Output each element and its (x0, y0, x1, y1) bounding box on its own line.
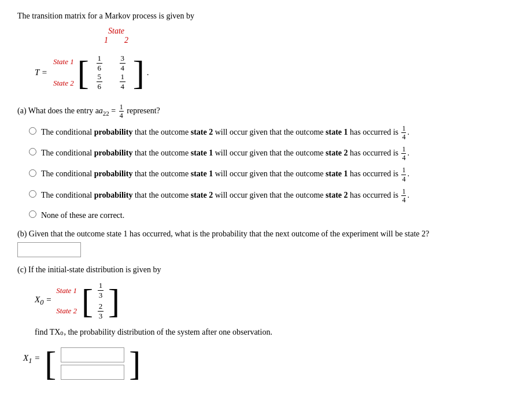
opt4-frac: 1 4 (401, 188, 406, 204)
row-label-1: State 1 (53, 57, 74, 66)
opt3-frac: 1 4 (401, 166, 406, 183)
x1-matrix: [ ] (45, 345, 141, 382)
option-4[interactable]: The conditional probability that the out… (29, 188, 515, 204)
part-b-question: (b) Given that the outcome state 1 has o… (17, 229, 515, 239)
radio-4[interactable] (29, 190, 36, 198)
row-label-2: State 2 (53, 79, 74, 88)
matrix-cell-r1c1: 1 6 (94, 54, 105, 73)
t-equals-label: T = (35, 68, 47, 77)
option-2[interactable]: The conditional probability that the out… (29, 146, 515, 162)
intro-text: The transition matrix for a Markov proce… (17, 12, 515, 21)
x1-bracket-left: [ (45, 346, 56, 381)
bracket-left: [ (77, 55, 89, 90)
xo-r1: 1 3 (98, 282, 104, 300)
part-a-question: (a) What does the entry aa22 = 1 4 repre… (17, 103, 515, 120)
state-col2: 2 (124, 36, 128, 45)
matrix-cell-r1c2: 3 4 (117, 54, 128, 73)
radio-2[interactable] (29, 148, 36, 155)
find-text: find TX₀, the probability distribution o… (35, 327, 515, 337)
option-5[interactable]: None of these are correct. (29, 209, 515, 221)
xo-bracket-right: ] (108, 284, 120, 318)
part-c: (c) If the initial-state distribution is… (17, 265, 515, 382)
matrix-cell-r2c2: 1 4 (117, 73, 128, 91)
radio-5[interactable] (29, 210, 36, 218)
state-header-label: State (108, 27, 124, 36)
opt2-frac: 1 4 (401, 146, 406, 162)
matrix-dot: . (147, 68, 149, 77)
bracket-right: ] (133, 55, 145, 90)
part-b: (b) Given that the outcome state 1 has o… (17, 229, 515, 257)
xo-state1-label: State 1 (56, 286, 77, 295)
radio-1[interactable] (29, 127, 36, 135)
option-3[interactable]: The conditional probability that the out… (29, 166, 515, 183)
state-col1: 1 (104, 36, 108, 45)
option-1[interactable]: The conditional probability that the out… (29, 125, 515, 141)
opt1-frac: 1 4 (401, 125, 406, 141)
part-a-frac: 1 4 (119, 103, 124, 120)
matrix-cell-r2c1: 5 6 (94, 73, 105, 91)
x1-section: X1 = [ ] (23, 345, 515, 382)
radio-3[interactable] (29, 169, 36, 177)
part-b-answer-input[interactable] (17, 242, 81, 257)
xo-state2-label: State 2 (56, 306, 77, 316)
xo-label: X0 = (35, 295, 51, 307)
x1-row2-input[interactable] (61, 365, 124, 380)
x1-bracket-right: ] (129, 346, 141, 381)
x1-row1-input[interactable] (61, 347, 124, 362)
xo-bracket-left: [ (82, 284, 93, 318)
xo-r2: 2 3 (98, 302, 104, 321)
x1-label: X1 = (23, 353, 40, 365)
part-c-question: (c) If the initial-state distribution is… (17, 265, 515, 275)
part-a: (a) What does the entry aa22 = 1 4 repre… (17, 103, 515, 221)
